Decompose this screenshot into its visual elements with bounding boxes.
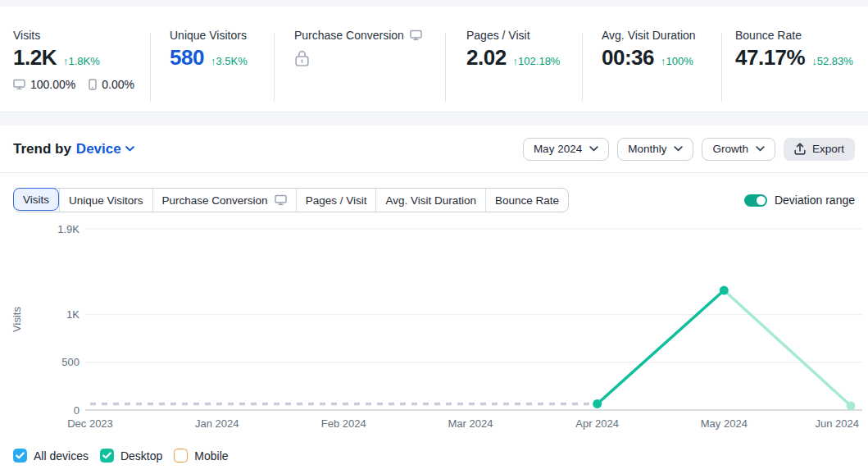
metric-pages-per-visit: Pages / Visit 2.02 ↑102.18% <box>445 7 582 112</box>
all-devices-checkbox[interactable] <box>13 449 27 463</box>
chevron-down-icon <box>125 146 134 152</box>
device-legend: All devices Desktop Mobile <box>0 449 868 463</box>
tab-visits[interactable]: Visits <box>13 188 59 211</box>
trend-section: Trend by Device May 2024 Monthly Growth <box>0 125 868 474</box>
svg-text:Apr 2024: Apr 2024 <box>575 417 619 430</box>
metric-tabs: Visits Unique Visitors Purchase Conversi… <box>13 188 569 212</box>
tabs-row: Visits Unique Visitors Purchase Conversi… <box>0 188 868 212</box>
svg-text:Jun 2024: Jun 2024 <box>816 417 860 430</box>
trend-controls: May 2024 Monthly Growth Export <box>523 138 855 161</box>
trend-title-prefix: Trend by <box>13 141 71 157</box>
svg-text:1K: 1K <box>66 308 80 321</box>
desktop-icon <box>410 30 422 41</box>
divider <box>582 33 583 102</box>
device-selector-dropdown[interactable]: Device <box>76 141 134 157</box>
page-background-strip <box>0 0 868 7</box>
metric-bounce-rate: Bounce Rate 47.17% ↓52.83% <box>721 7 868 112</box>
traffic-analytics-page: Visits 1.2K ↑1.8K% 100.00% 0.00% Unique … <box>0 0 868 474</box>
desktop-share-value: 100.00% <box>30 78 75 91</box>
toggle-switch[interactable] <box>744 194 767 207</box>
metric-avg-visit-duration-value: 00:36 <box>602 45 654 71</box>
mobile-checkbox[interactable] <box>174 449 188 463</box>
svg-text:Visits: Visits <box>11 307 23 332</box>
svg-text:Dec 2023: Dec 2023 <box>67 417 113 430</box>
metric-avg-visit-duration-label: Avg. Visit Duration <box>602 29 721 42</box>
tab-bounce-rate[interactable]: Bounce Rate <box>485 189 568 212</box>
export-icon <box>794 143 806 155</box>
divider <box>721 33 722 102</box>
svg-text:Feb 2024: Feb 2024 <box>321 417 366 430</box>
mobile-share-value: 0.00% <box>102 78 134 91</box>
export-button[interactable]: Export <box>784 138 855 161</box>
metrics-summary-bar: Visits 1.2K ↑1.8K% 100.00% 0.00% Unique … <box>0 7 868 112</box>
divider <box>274 33 275 102</box>
date-range-dropdown[interactable]: May 2024 <box>523 138 609 161</box>
metric-pages-per-visit-label: Pages / Visit <box>466 29 582 42</box>
metric-visits-value: 1.2K <box>13 45 57 71</box>
check-icon <box>102 452 111 459</box>
svg-text:1.9K: 1.9K <box>57 223 80 235</box>
legend-label: All devices <box>34 449 89 463</box>
page-background-gap <box>0 112 868 125</box>
metric-avg-visit-duration: Avg. Visit Duration 00:36 ↑100% <box>582 7 721 112</box>
metric-visits: Visits 1.2K ↑1.8K% 100.00% 0.00% <box>0 7 150 112</box>
svg-text:Mar 2024: Mar 2024 <box>448 417 493 430</box>
tab-pages-per-visit[interactable]: Pages / Visit <box>296 189 376 212</box>
metric-unique-visitors-label: Unique Visitors <box>170 29 274 42</box>
chevron-down-icon <box>589 146 598 152</box>
legend-all-devices[interactable]: All devices <box>13 449 89 463</box>
divider <box>445 33 446 102</box>
desktop-checkbox[interactable] <box>100 449 114 463</box>
metric-unique-visitors: Unique Visitors 580 ↑3.5K% <box>150 7 274 112</box>
metric-bounce-rate-label: Bounce Rate <box>735 29 868 42</box>
metric-purchase-conversion-label: Purchase Conversion <box>294 29 445 42</box>
metric-bounce-rate-value: 47.17% <box>735 45 805 71</box>
trend-header: Trend by Device May 2024 Monthly Growth <box>0 125 868 172</box>
check-icon <box>16 452 25 459</box>
divider <box>0 172 868 173</box>
chart-area: 05001K1.9KDec 2023Jan 2024Feb 2024Mar 20… <box>0 217 868 435</box>
tab-purchase-conversion[interactable]: Purchase Conversion <box>152 189 296 212</box>
legend-desktop[interactable]: Desktop <box>100 449 162 463</box>
legend-mobile[interactable]: Mobile <box>174 449 228 463</box>
svg-text:May 2024: May 2024 <box>701 417 748 430</box>
desktop-icon <box>275 194 287 206</box>
deviation-range-toggle[interactable]: Deviation range <box>744 194 855 207</box>
metric-avg-visit-duration-growth: ↑100% <box>661 55 693 67</box>
deviation-range-label: Deviation range <box>775 194 855 207</box>
metric-purchase-conversion: Purchase Conversion <box>274 7 445 112</box>
metric-unique-visitors-value: 580 <box>170 45 204 71</box>
granularity-dropdown[interactable]: Monthly <box>617 138 693 161</box>
chevron-down-icon <box>674 146 683 152</box>
desktop-icon <box>13 79 25 90</box>
svg-text:0: 0 <box>74 404 80 417</box>
device-share-row: 100.00% 0.00% <box>13 78 150 91</box>
lock-icon <box>294 50 445 71</box>
chevron-down-icon <box>756 146 765 152</box>
tab-avg-visit-duration[interactable]: Avg. Visit Duration <box>375 189 485 212</box>
legend-label: Mobile <box>194 449 228 463</box>
metric-bounce-rate-growth: ↓52.83% <box>811 55 853 67</box>
metric-visits-growth: ↑1.8K% <box>63 55 100 67</box>
legend-label: Desktop <box>120 449 162 463</box>
mobile-icon <box>89 79 97 90</box>
display-mode-dropdown[interactable]: Growth <box>702 138 775 161</box>
trend-line-chart: 05001K1.9KDec 2023Jan 2024Feb 2024Mar 20… <box>0 217 868 435</box>
metric-pages-per-visit-growth: ↑102.18% <box>513 55 561 67</box>
divider <box>150 33 151 102</box>
section-title: Trend by Device <box>13 141 134 157</box>
metric-unique-visitors-growth: ↑3.5K% <box>211 55 248 67</box>
tab-unique-visitors[interactable]: Unique Visitors <box>59 189 152 212</box>
toggle-knob <box>757 196 766 205</box>
svg-text:500: 500 <box>61 356 80 368</box>
metric-visits-label: Visits <box>13 29 150 42</box>
svg-text:Jan 2024: Jan 2024 <box>195 417 239 430</box>
metric-pages-per-visit-value: 2.02 <box>466 45 507 71</box>
